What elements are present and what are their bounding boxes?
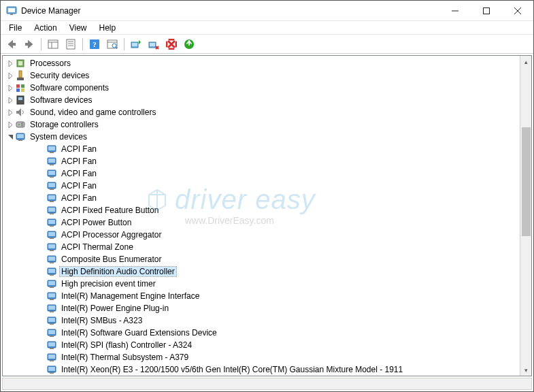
svg-rect-23: [132, 43, 137, 46]
maximize-button[interactable]: [471, 1, 502, 20]
svg-rect-30: [17, 78, 24, 80]
tree-category-label: Security devices: [29, 71, 90, 80]
svg-rect-25: [150, 43, 155, 46]
security-icon: [15, 70, 26, 81]
tree-item[interactable]: ACPI Power Button: [3, 216, 520, 229]
close-button[interactable]: [502, 1, 533, 20]
svg-rect-91: [48, 330, 55, 334]
back-button[interactable]: [3, 37, 20, 52]
tree-item[interactable]: Intel(R) SMBus - A323: [3, 314, 520, 327]
tree-item-label: ACPI Fan: [60, 169, 98, 178]
tree-item-label: High precision event timer: [60, 279, 157, 289]
tree-item-label: ACPI Fan: [60, 144, 98, 154]
expand-icon[interactable]: [5, 108, 15, 117]
show-hide-console-button[interactable]: [45, 37, 61, 52]
tree-category[interactable]: Software devices: [3, 94, 520, 106]
device-icon: [46, 327, 57, 338]
svg-rect-100: [48, 367, 55, 371]
tree-item[interactable]: ACPI Fixed Feature Button: [3, 204, 520, 216]
collapse-icon[interactable]: [5, 132, 15, 142]
expand-icon[interactable]: [5, 83, 15, 93]
device-icon: [46, 242, 57, 252]
svg-rect-70: [48, 244, 55, 248]
svg-rect-67: [48, 232, 55, 236]
device-tree[interactable]: ProcessorsSecurity devicesSoftware compo…: [3, 56, 520, 376]
device-icon: [46, 291, 57, 301]
svg-point-38: [18, 124, 20, 125]
tree-item-label: ACPI Fan: [60, 181, 98, 191]
sound-icon: [15, 107, 26, 118]
properties-button[interactable]: [63, 37, 79, 52]
svg-rect-86: [50, 311, 54, 312]
device-icon: [46, 193, 57, 203]
tree-item-label: ACPI Thermal Zone: [60, 242, 135, 252]
device-icon: [46, 278, 57, 289]
enable-device-button[interactable]: [181, 37, 197, 52]
tree-item[interactable]: ACPI Processor Aggregator: [3, 229, 520, 241]
tree-item[interactable]: Composite Bus Enumerator: [3, 253, 520, 265]
tree-category[interactable]: Security devices: [3, 69, 520, 82]
svg-rect-92: [50, 336, 54, 337]
tree-item[interactable]: Intel(R) Thermal Subsystem - A379: [3, 351, 520, 363]
tree-category[interactable]: Sound, video and game controllers: [3, 106, 520, 118]
svg-rect-73: [48, 257, 55, 261]
tree-item-label: Intel(R) Power Engine Plug-in: [60, 304, 170, 313]
scroll-down-button[interactable]: ▾: [520, 364, 531, 376]
scrollbar-thumb[interactable]: [522, 127, 531, 236]
tree-item-label: Composite Bus Enumerator: [60, 255, 163, 264]
menu-view[interactable]: View: [64, 22, 93, 34]
update-driver-button[interactable]: [128, 37, 144, 52]
vertical-scrollbar[interactable]: ▴ ▾: [520, 56, 531, 376]
toolbar-separator: [41, 38, 41, 50]
menu-file[interactable]: File: [3, 22, 27, 34]
svg-rect-56: [50, 189, 54, 190]
device-icon: [46, 352, 57, 363]
tree-item[interactable]: ACPI Fan: [3, 192, 520, 204]
svg-rect-29: [19, 71, 22, 78]
toolbar-separator: [82, 38, 83, 50]
expand-icon[interactable]: [5, 59, 15, 68]
tree-item-label: Intel(R) SPI (flash) Controller - A324: [60, 340, 193, 350]
menu-action[interactable]: Action: [29, 22, 62, 34]
svg-rect-80: [50, 287, 54, 288]
tree-category[interactable]: Storage controllers: [3, 118, 520, 131]
tree-category[interactable]: Processors: [3, 57, 520, 69]
uninstall-device-button[interactable]: [146, 37, 162, 52]
svg-rect-95: [50, 348, 54, 349]
tree-item[interactable]: ACPI Fan: [3, 155, 520, 167]
tree-item[interactable]: Intel(R) SPI (flash) Controller - A324: [3, 339, 520, 351]
tree-item-label: ACPI Processor Aggregator: [60, 230, 163, 240]
minimize-button[interactable]: [439, 1, 471, 20]
tree-item[interactable]: Intel(R) Software Guard Extensions Devic…: [3, 327, 520, 339]
expand-icon[interactable]: [5, 95, 15, 105]
tree-item-label: Intel(R) Management Engine Interface: [60, 291, 201, 301]
disable-device-button[interactable]: [163, 37, 180, 52]
tree-view-container: ProcessorsSecurity devicesSoftware compo…: [2, 55, 532, 376]
scroll-up-button[interactable]: ▴: [520, 56, 531, 67]
tree-item[interactable]: ACPI Thermal Zone: [3, 241, 520, 253]
svg-rect-52: [48, 171, 55, 175]
expand-icon[interactable]: [5, 71, 15, 80]
expand-icon[interactable]: [5, 120, 15, 129]
svg-rect-85: [48, 306, 55, 310]
svg-rect-32: [21, 84, 24, 88]
tree-category[interactable]: Software components: [3, 82, 520, 94]
menu-help[interactable]: Help: [94, 22, 122, 34]
forward-button[interactable]: [21, 37, 37, 52]
svg-rect-2: [10, 14, 13, 15]
toolbar-separator: [124, 38, 124, 50]
tree-item[interactable]: ACPI Fan: [3, 180, 520, 192]
tree-item[interactable]: High Definition Audio Controller: [3, 265, 520, 278]
tree-item-label: Intel(R) Software Guard Extensions Devic…: [60, 328, 218, 338]
scan-hardware-button[interactable]: [104, 37, 120, 52]
device-icon: [46, 144, 57, 154]
svg-rect-28: [18, 61, 22, 65]
tree-item[interactable]: Intel(R) Management Engine Interface: [3, 290, 520, 302]
tree-item[interactable]: Intel(R) Xeon(R) E3 - 1200/1500 v5/6th G…: [3, 363, 520, 376]
tree-item[interactable]: ACPI Fan: [3, 167, 520, 180]
tree-category[interactable]: System devices: [3, 131, 520, 143]
help-button[interactable]: ?: [86, 37, 103, 52]
tree-item[interactable]: Intel(R) Power Engine Plug-in: [3, 302, 520, 314]
tree-item[interactable]: High precision event timer: [3, 278, 520, 290]
tree-item[interactable]: ACPI Fan: [3, 143, 520, 155]
